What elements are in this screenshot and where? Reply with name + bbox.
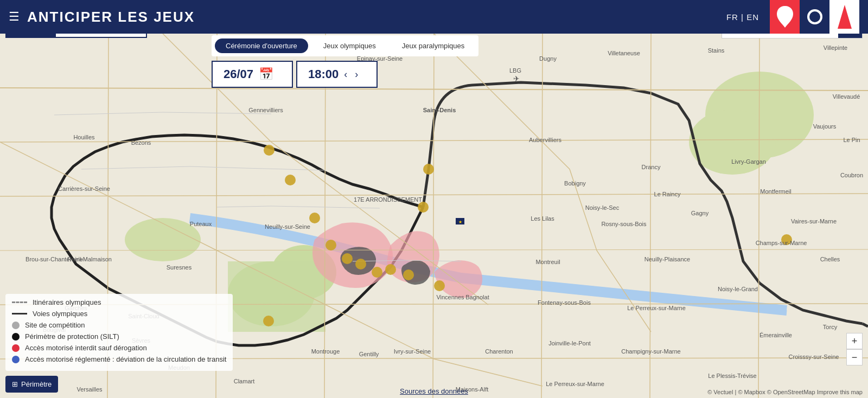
date-value: 26/07	[224, 67, 253, 81]
svg-text:Clamart: Clamart	[234, 378, 255, 384]
svg-text:Torcy: Torcy	[823, 324, 838, 330]
svg-text:Le Raincy: Le Raincy	[654, 191, 681, 197]
svg-text:Noisy-le-Sec: Noisy-le-Sec	[585, 204, 620, 211]
svg-text:Montrouge: Montrouge	[311, 348, 340, 355]
svg-rect-4	[228, 261, 326, 332]
svg-text:Noisy-le-Grand: Noisy-le-Grand	[718, 286, 758, 292]
map-container[interactable]: ★ ✈ Villetaneuse Stains Épinay-sur-Seine…	[0, 34, 868, 398]
svg-text:Vaujours: Vaujours	[813, 123, 837, 130]
svg-text:17E ARRONDISSEMENT: 17E ARRONDISSEMENT	[354, 196, 422, 203]
svg-point-28	[385, 264, 396, 275]
language-switcher[interactable]: FR | EN	[726, 12, 759, 22]
perimeter-label: Périmètre	[21, 380, 52, 388]
svg-text:Stains: Stains	[708, 47, 725, 54]
svg-text:Les Lilas: Les Lilas	[531, 215, 554, 222]
svg-text:★: ★	[458, 220, 462, 224]
time-value: 18:00	[308, 67, 339, 81]
svg-text:Coubron: Coubron	[840, 172, 863, 178]
time-display[interactable]: 18:00 ‹ ›	[296, 61, 378, 88]
svg-text:Puteaux: Puteaux	[190, 221, 212, 227]
event-tab-ceremonie[interactable]: Cérémonie d'ouverture	[215, 38, 308, 53]
svg-text:Brou-sur-Chantereine: Brou-sur-Chantereine	[25, 256, 83, 262]
svg-text:Dugny: Dugny	[539, 55, 557, 62]
zoom-out-button[interactable]: −	[846, 349, 863, 365]
svg-text:Sèvres: Sèvres	[132, 337, 151, 344]
svg-text:Garches: Garches	[65, 305, 87, 311]
datetime-row: 26/07 📅 18:00 ‹ ›	[212, 61, 478, 88]
svg-text:Meudon: Meudon	[168, 364, 190, 371]
svg-text:Le Perreux-sur-Marne: Le Perreux-sur-Marne	[546, 381, 604, 387]
svg-text:Chelles: Chelles	[820, 256, 840, 262]
svg-text:Gennevilliers: Gennevilliers	[248, 107, 283, 113]
zoom-in-button[interactable]: +	[846, 333, 863, 349]
svg-point-25	[342, 253, 353, 264]
event-tab-olympiques[interactable]: Jeux olympiques	[312, 38, 387, 53]
svg-text:Gentilly: Gentilly	[359, 351, 379, 357]
time-prev-button[interactable]: ‹	[342, 68, 349, 81]
svg-text:Livry-Gargan: Livry-Gargan	[731, 158, 766, 165]
svg-text:Croisssy-sur-Seine: Croisssy-sur-Seine	[789, 354, 839, 360]
app-title: ANTICIPER LES JEUX	[27, 9, 726, 25]
header: ☰ ANTICIPER LES JEUX FR | EN	[0, 0, 868, 34]
calendar-icon: 📅	[259, 67, 273, 81]
svg-text:Rosny-sous-Bois: Rosny-sous-Bois	[601, 221, 647, 227]
svg-text:Vincennes: Vincennes	[436, 294, 464, 300]
svg-point-24	[326, 240, 336, 251]
svg-text:Saint-Cloud: Saint-Cloud	[128, 313, 159, 319]
svg-point-33	[263, 316, 274, 326]
svg-text:Montfermeil: Montfermeil	[760, 188, 791, 195]
svg-point-32	[434, 280, 445, 291]
svg-text:Le Plessis-Trévise: Le Plessis-Trévise	[708, 373, 756, 379]
svg-text:Bobigny: Bobigny	[564, 180, 586, 187]
svg-text:✈: ✈	[513, 74, 520, 83]
svg-text:Vaires-sur-Marne: Vaires-sur-Marne	[791, 218, 837, 224]
svg-text:Bagnolat: Bagnolat	[465, 294, 489, 300]
svg-text:Suresnes: Suresnes	[167, 264, 192, 271]
hamburger-icon[interactable]: ☰	[9, 10, 20, 24]
svg-text:Le Perreux-sur-Marne: Le Perreux-sur-Marne	[627, 305, 686, 311]
svg-text:Le Pin: Le Pin	[843, 137, 860, 143]
map-attribution: © Vectuel | © Mapbox © OpenStreetMap Imp…	[707, 389, 863, 395]
svg-text:Bezons: Bezons	[131, 139, 151, 146]
svg-text:Montreuil: Montreuil	[535, 259, 560, 265]
date-display[interactable]: 26/07 📅	[212, 61, 293, 88]
svg-text:Fontenay-sous-Bois: Fontenay-sous-Bois	[538, 299, 591, 306]
sources-link[interactable]: Sources des données	[400, 387, 468, 395]
svg-text:LBG: LBG	[509, 67, 521, 74]
svg-text:Saint-Denis: Saint-Denis	[423, 107, 456, 113]
lang-separator: |	[741, 12, 744, 22]
svg-text:Versailles: Versailles	[76, 386, 103, 393]
svg-text:Aubervilliers: Aubervilliers	[529, 137, 561, 143]
svg-point-27	[372, 267, 382, 278]
svg-text:Champs-sur-Marne: Champs-sur-Marne	[756, 240, 807, 246]
svg-text:Émerainville: Émerainville	[760, 332, 792, 338]
perimeter-button[interactable]: ⊞ Périmètre	[5, 376, 58, 393]
event-tab-paralympiques[interactable]: Jeux paralympiques	[391, 38, 476, 53]
svg-text:Villepinte: Villepinte	[824, 44, 847, 51]
svg-text:Neuilly-Plaisance: Neuilly-Plaisance	[644, 256, 690, 262]
svg-text:Gagny: Gagny	[691, 210, 709, 216]
svg-point-30	[418, 202, 429, 213]
svg-text:Champigny-sur-Marne: Champigny-sur-Marne	[621, 348, 680, 355]
svg-text:Bougival: Bougival	[43, 326, 66, 333]
svg-text:Charenton: Charenton	[485, 348, 513, 355]
svg-point-23	[309, 213, 320, 223]
svg-text:Ivry-sur-Seine: Ivry-sur-Seine	[394, 348, 431, 355]
lang-fr[interactable]: FR	[726, 12, 738, 22]
svg-point-29	[403, 269, 414, 280]
svg-text:Joinville-le-Pont: Joinville-le-Pont	[548, 340, 591, 346]
zoom-controls: + −	[846, 333, 863, 365]
svg-point-31	[423, 164, 434, 175]
svg-point-21	[264, 145, 275, 156]
lang-en[interactable]: EN	[746, 12, 759, 22]
logo-area	[770, 0, 859, 34]
time-next-button[interactable]: ›	[353, 68, 360, 81]
svg-text:Villevaudé: Villevaudé	[833, 93, 860, 100]
svg-point-26	[355, 259, 366, 269]
layers-icon: ⊞	[12, 380, 18, 388]
svg-text:Neuilly-sur-Seine: Neuilly-sur-Seine	[265, 223, 310, 230]
svg-text:Houilles: Houilles	[73, 134, 95, 140]
svg-text:Villetaneuse: Villetaneuse	[608, 50, 640, 56]
svg-point-22	[285, 175, 296, 185]
svg-text:Carrières-sur-Seine: Carrières-sur-Seine	[58, 185, 110, 192]
